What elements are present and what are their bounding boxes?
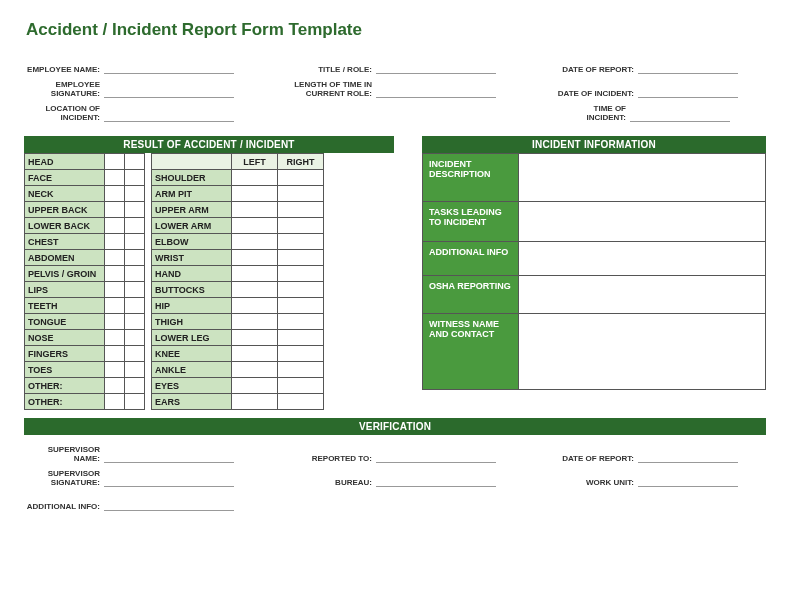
check-cell[interactable]: [232, 202, 278, 218]
info-field-additional[interactable]: [519, 242, 766, 276]
check-cell[interactable]: [125, 234, 145, 250]
check-cell[interactable]: [278, 298, 324, 314]
field-length[interactable]: [376, 83, 496, 98]
field-bureau[interactable]: [376, 472, 496, 487]
check-cell[interactable]: [278, 346, 324, 362]
check-cell[interactable]: [125, 250, 145, 266]
check-cell[interactable]: [125, 186, 145, 202]
check-cell[interactable]: [278, 170, 324, 186]
check-cell[interactable]: [278, 330, 324, 346]
check-cell[interactable]: [105, 298, 125, 314]
label-date-of-report: DATE OF REPORT:: [550, 66, 638, 74]
check-cell[interactable]: [232, 314, 278, 330]
check-cell[interactable]: [278, 234, 324, 250]
field-employee-name[interactable]: [104, 59, 234, 74]
body-part: UPPER ARM: [152, 202, 232, 218]
check-cell[interactable]: [278, 378, 324, 394]
check-cell[interactable]: [125, 314, 145, 330]
body-part: HAND: [152, 266, 232, 282]
check-cell[interactable]: [278, 186, 324, 202]
check-cell[interactable]: [105, 394, 125, 410]
check-cell[interactable]: [278, 394, 324, 410]
check-cell[interactable]: [278, 266, 324, 282]
check-cell[interactable]: [105, 234, 125, 250]
check-cell[interactable]: [125, 346, 145, 362]
field-time[interactable]: [630, 107, 730, 122]
field-supervisor-name[interactable]: [104, 448, 234, 463]
check-cell[interactable]: [232, 394, 278, 410]
check-cell[interactable]: [232, 266, 278, 282]
col-header-blank: [152, 154, 232, 170]
check-cell[interactable]: [105, 314, 125, 330]
info-field-osha[interactable]: [519, 276, 766, 314]
label-supervisor-name: SUPERVISOR NAME:: [24, 446, 104, 463]
field-ver-date-of-report[interactable]: [638, 448, 738, 463]
check-cell[interactable]: [105, 346, 125, 362]
body-part: EARS: [152, 394, 232, 410]
check-cell[interactable]: [278, 314, 324, 330]
check-cell[interactable]: [125, 394, 145, 410]
check-cell[interactable]: [232, 250, 278, 266]
check-cell[interactable]: [105, 154, 125, 170]
check-cell[interactable]: [278, 282, 324, 298]
check-cell[interactable]: [232, 362, 278, 378]
check-cell[interactable]: [278, 250, 324, 266]
field-supervisor-signature[interactable]: [104, 472, 234, 487]
check-cell[interactable]: [105, 186, 125, 202]
page-title: Accident / Incident Report Form Template: [26, 20, 766, 40]
check-cell[interactable]: [105, 362, 125, 378]
result-table: HEAD LEFTRIGHT FACESHOULDER NECKARM PIT …: [24, 153, 324, 410]
body-part: KNEE: [152, 346, 232, 362]
check-cell[interactable]: [232, 330, 278, 346]
check-cell[interactable]: [105, 202, 125, 218]
check-cell[interactable]: [125, 170, 145, 186]
field-additional-info[interactable]: [104, 496, 234, 511]
check-cell[interactable]: [125, 202, 145, 218]
body-part: NECK: [25, 186, 105, 202]
label-date-of-incident: DATE OF INCIDENT:: [550, 90, 638, 98]
field-work-unit[interactable]: [638, 472, 738, 487]
check-cell[interactable]: [105, 330, 125, 346]
check-cell[interactable]: [278, 218, 324, 234]
field-employee-signature[interactable]: [104, 83, 234, 98]
check-cell[interactable]: [105, 266, 125, 282]
check-cell[interactable]: [125, 362, 145, 378]
check-cell[interactable]: [105, 218, 125, 234]
check-cell[interactable]: [105, 282, 125, 298]
check-cell[interactable]: [105, 378, 125, 394]
check-cell[interactable]: [232, 378, 278, 394]
body-part: SHOULDER: [152, 170, 232, 186]
check-cell[interactable]: [125, 298, 145, 314]
field-title-role[interactable]: [376, 59, 496, 74]
field-date-of-incident[interactable]: [638, 83, 738, 98]
check-cell[interactable]: [232, 186, 278, 202]
check-cell[interactable]: [125, 330, 145, 346]
col-header-right: RIGHT: [278, 154, 324, 170]
check-cell[interactable]: [125, 266, 145, 282]
field-location[interactable]: [104, 107, 234, 122]
check-cell[interactable]: [278, 202, 324, 218]
body-part: WRIST: [152, 250, 232, 266]
check-cell[interactable]: [105, 170, 125, 186]
check-cell[interactable]: [232, 234, 278, 250]
field-reported-to[interactable]: [376, 448, 496, 463]
info-label-additional: ADDITIONAL INFO: [423, 242, 519, 276]
check-cell[interactable]: [125, 154, 145, 170]
check-cell[interactable]: [232, 282, 278, 298]
check-cell[interactable]: [232, 298, 278, 314]
check-cell[interactable]: [278, 362, 324, 378]
info-field-witness[interactable]: [519, 314, 766, 390]
check-cell[interactable]: [232, 170, 278, 186]
info-label-description: INCIDENT DESCRIPTION: [423, 154, 519, 202]
body-part: LOWER BACK: [25, 218, 105, 234]
check-cell[interactable]: [105, 250, 125, 266]
col-header-left: LEFT: [232, 154, 278, 170]
check-cell[interactable]: [125, 218, 145, 234]
field-date-of-report[interactable]: [638, 59, 738, 74]
check-cell[interactable]: [125, 378, 145, 394]
check-cell[interactable]: [232, 218, 278, 234]
check-cell[interactable]: [125, 282, 145, 298]
check-cell[interactable]: [232, 346, 278, 362]
info-field-tasks[interactable]: [519, 202, 766, 242]
info-field-description[interactable]: [519, 154, 766, 202]
